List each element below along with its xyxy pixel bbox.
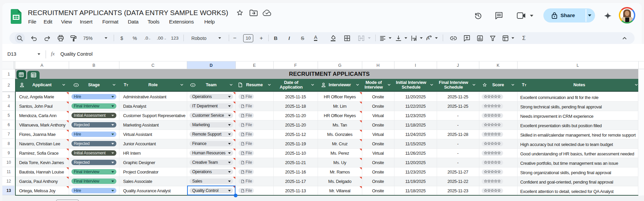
svg-text:A: A <box>428 37 430 40</box>
